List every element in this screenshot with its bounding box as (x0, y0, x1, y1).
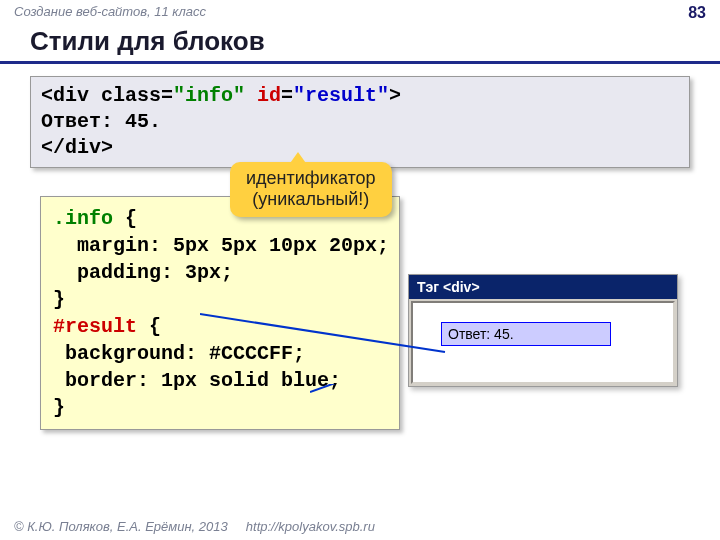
callout-bubble: идентификатор (уникальный!) (230, 162, 392, 217)
slide-title: Стили для блоков (0, 24, 720, 64)
code-line: } (53, 286, 387, 313)
copyright: © К.Ю. Поляков, Е.А. Ерёмин, 2013 (14, 519, 228, 534)
code-line: #result { (53, 313, 387, 340)
code-line: border: 1px solid blue; (53, 367, 387, 394)
callout-line2: (уникальный!) (246, 189, 376, 210)
code-line: padding: 3px; (53, 259, 387, 286)
css-code-box: .info { margin: 5px 5px 10px 20px; paddi… (40, 196, 400, 430)
slide-content: <div class="info" id="result"> Ответ: 45… (0, 64, 720, 430)
callout-tail (288, 152, 308, 166)
slide-footer: © К.Ю. Поляков, Е.А. Ерёмин, 2013 http:/… (14, 519, 375, 534)
code-line: background: #CCCCFF; (53, 340, 387, 367)
preview-div-rendered: Ответ: 45. (441, 322, 611, 346)
code-line: } (53, 394, 387, 421)
page-number: 83 (688, 4, 706, 22)
course-label: Создание веб-сайтов, 11 класс (14, 4, 206, 22)
code-line: margin: 5px 5px 10px 20px; (53, 232, 387, 259)
code-line: </div> (41, 135, 679, 161)
code-line: Ответ: 45. (41, 109, 679, 135)
preview-window: Тэг <div> Ответ: 45. (408, 274, 678, 387)
html-code-box: <div class="info" id="result"> Ответ: 45… (30, 76, 690, 168)
preview-titlebar: Тэг <div> (409, 275, 677, 299)
code-line: <div class="info" id="result"> (41, 83, 679, 109)
callout-line1: идентификатор (246, 168, 376, 189)
slide-header: Создание веб-сайтов, 11 класс 83 (0, 0, 720, 24)
footer-url: http://kpolyakov.spb.ru (246, 519, 375, 534)
preview-body: Ответ: 45. (411, 301, 675, 384)
